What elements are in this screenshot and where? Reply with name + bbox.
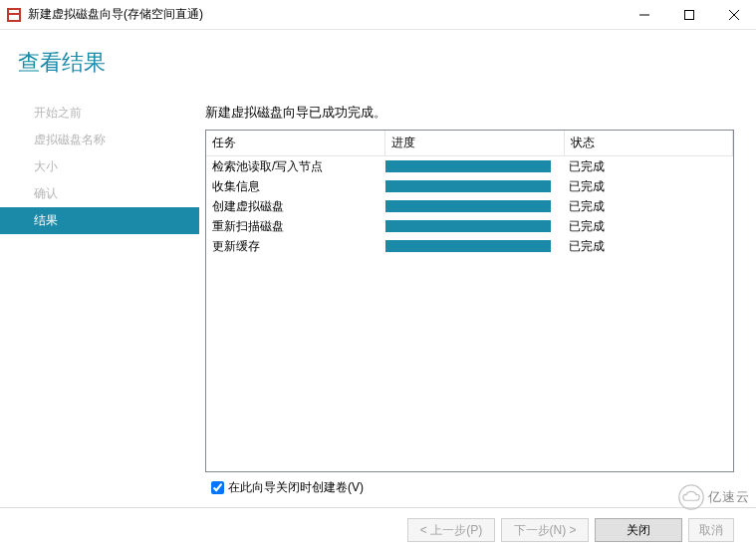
cell-progress — [385, 160, 565, 172]
maximize-button[interactable] — [666, 0, 711, 29]
cell-status: 已完成 — [565, 178, 733, 195]
create-volume-checkbox-row[interactable]: 在此向导关闭时创建卷(V) — [205, 472, 734, 507]
window-title: 新建虚拟磁盘向导(存储空间直通) — [28, 6, 622, 23]
svg-rect-4 — [684, 10, 693, 19]
cell-progress — [385, 180, 565, 192]
progress-bar — [385, 180, 551, 192]
cell-status: 已完成 — [565, 158, 733, 175]
content: 查看结果 开始之前 虚拟磁盘名称 大小 确认 结果 新建虚拟磁盘向导已成功完成。… — [0, 30, 756, 554]
cell-task: 收集信息 — [206, 178, 385, 195]
app-icon — [6, 7, 22, 23]
col-status[interactable]: 状态 — [565, 131, 733, 155]
progress-bar — [385, 200, 551, 212]
cell-task: 检索池读取/写入节点 — [206, 158, 385, 175]
cell-task: 更新缓存 — [206, 238, 385, 255]
cell-status: 已完成 — [565, 238, 733, 255]
sidebar-item-disk-name: 虚拟磁盘名称 — [0, 127, 199, 153]
cell-progress — [385, 240, 565, 252]
watermark-text: 亿速云 — [708, 488, 750, 506]
cell-task: 创建虚拟磁盘 — [206, 198, 385, 215]
cancel-button: 取消 — [688, 518, 734, 542]
close-button[interactable] — [711, 0, 756, 29]
cell-progress — [385, 200, 565, 212]
cell-status: 已完成 — [565, 218, 733, 235]
wizard-sidebar: 开始之前 虚拟磁盘名称 大小 确认 结果 — [0, 96, 199, 507]
sidebar-item-size: 大小 — [0, 153, 199, 180]
completion-message: 新建虚拟磁盘向导已成功完成。 — [205, 104, 734, 122]
title-bar: 新建虚拟磁盘向导(存储空间直通) — [0, 0, 756, 30]
progress-bar — [385, 220, 551, 232]
cell-task: 重新扫描磁盘 — [206, 218, 385, 235]
table-row[interactable]: 更新缓存已完成 — [206, 236, 733, 256]
svg-rect-2 — [9, 15, 19, 20]
create-volume-label: 在此向导关闭时创建卷(V) — [228, 479, 364, 496]
table-body: 检索池读取/写入节点已完成收集信息已完成创建虚拟磁盘已完成重新扫描磁盘已完成更新… — [206, 156, 733, 471]
main-panel: 新建虚拟磁盘向导已成功完成。 任务 进度 状态 检索池读取/写入节点已完成收集信… — [199, 96, 756, 507]
cell-status: 已完成 — [565, 198, 733, 215]
cell-progress — [385, 220, 565, 232]
next-button: 下一步(N) > — [501, 518, 589, 542]
minimize-button[interactable] — [622, 0, 666, 29]
table-row[interactable]: 检索池读取/写入节点已完成 — [206, 156, 733, 176]
watermark: 亿速云 — [678, 484, 750, 510]
table-header: 任务 进度 状态 — [206, 131, 733, 156]
progress-bar — [385, 160, 551, 172]
results-table: 任务 进度 状态 检索池读取/写入节点已完成收集信息已完成创建虚拟磁盘已完成重新… — [205, 130, 734, 472]
window-controls — [622, 0, 756, 29]
body: 开始之前 虚拟磁盘名称 大小 确认 结果 新建虚拟磁盘向导已成功完成。 任务 进… — [0, 96, 756, 507]
table-row[interactable]: 重新扫描磁盘已完成 — [206, 216, 733, 236]
sidebar-item-before-begin: 开始之前 — [0, 100, 199, 127]
close-wizard-button[interactable]: 关闭 — [595, 518, 682, 542]
svg-rect-1 — [9, 10, 19, 13]
sidebar-item-confirm: 确认 — [0, 180, 199, 207]
progress-bar — [385, 240, 551, 252]
footer-buttons: < 上一步(P) 下一步(N) > 关闭 取消 — [0, 507, 756, 554]
col-progress[interactable]: 进度 — [385, 131, 565, 155]
table-row[interactable]: 收集信息已完成 — [206, 176, 733, 196]
create-volume-checkbox[interactable] — [211, 481, 224, 494]
page-title: 查看结果 — [0, 30, 756, 96]
col-task[interactable]: 任务 — [206, 131, 385, 155]
previous-button: < 上一步(P) — [407, 518, 495, 542]
sidebar-item-results: 结果 — [0, 207, 199, 234]
cloud-icon — [678, 484, 704, 510]
table-row[interactable]: 创建虚拟磁盘已完成 — [206, 196, 733, 216]
